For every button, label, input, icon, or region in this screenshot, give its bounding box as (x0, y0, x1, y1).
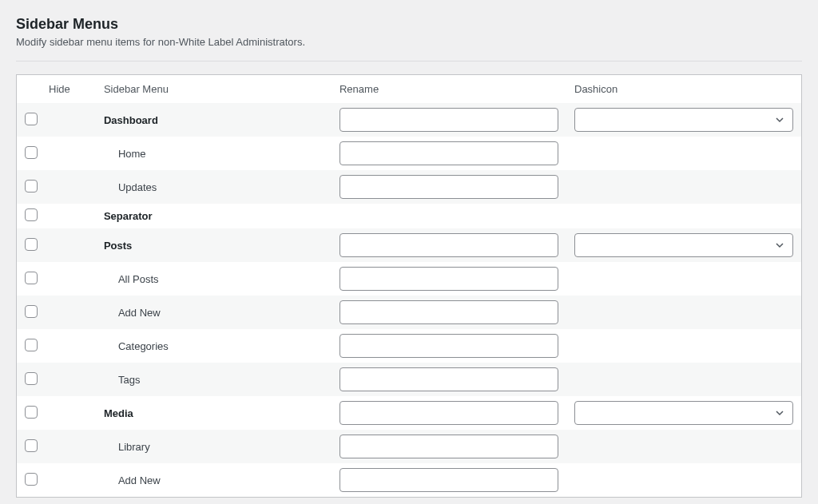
table-row: Separator (17, 204, 802, 228)
cell-hide (17, 204, 96, 228)
cell-rename (332, 103, 566, 137)
table-row: Home (17, 137, 802, 170)
cell-dashicon (566, 228, 802, 262)
cell-rename (332, 262, 566, 296)
menu-item-label: Add New (104, 474, 161, 486)
cell-dashicon (566, 329, 802, 363)
cell-dashicon (566, 430, 802, 463)
dashicon-select[interactable] (574, 233, 793, 257)
cell-menu: Posts (96, 228, 332, 262)
table-row: Categories (17, 329, 802, 363)
hide-checkbox[interactable] (25, 473, 38, 486)
table-row: Library (17, 430, 802, 463)
rename-input[interactable] (340, 334, 558, 358)
menu-item-label: Add New (104, 307, 161, 319)
cell-menu: Dashboard (96, 103, 332, 137)
cell-menu: Home (96, 137, 332, 170)
hide-checkbox[interactable] (25, 146, 38, 159)
sidebar-menu-table: Hide Sidebar Menu Rename Dashicon Dashbo… (16, 74, 802, 498)
rename-input[interactable] (340, 468, 558, 492)
table-row: Updates (17, 170, 802, 204)
hide-checkbox[interactable] (25, 272, 38, 284)
cell-dashicon (566, 463, 802, 498)
cell-rename (332, 204, 566, 228)
rename-input[interactable] (340, 267, 558, 291)
cell-dashicon (566, 137, 802, 170)
menu-item-label: Separator (104, 210, 153, 222)
menu-item-label: Dashboard (104, 114, 158, 126)
rename-input[interactable] (340, 300, 558, 324)
hide-checkbox[interactable] (25, 339, 38, 351)
hide-checkbox[interactable] (25, 208, 38, 221)
cell-rename (332, 363, 566, 396)
cell-menu: Media (96, 396, 332, 430)
cell-menu: Tags (96, 363, 332, 396)
menu-item-label: Updates (104, 181, 157, 193)
cell-rename (332, 170, 566, 204)
menu-item-label: Categories (104, 340, 169, 352)
cell-hide (17, 363, 96, 396)
dashicon-select[interactable] (574, 108, 793, 132)
rename-input[interactable] (340, 367, 558, 391)
cell-hide (17, 228, 96, 262)
section-divider (16, 61, 802, 62)
hide-checkbox[interactable] (25, 372, 38, 385)
table-row: Posts (17, 228, 802, 262)
cell-hide (17, 329, 96, 363)
menu-item-label: All Posts (104, 273, 159, 285)
menu-item-label: Tags (104, 374, 140, 386)
cell-dashicon (566, 296, 802, 329)
col-header-hide: Hide (17, 75, 96, 104)
cell-menu: Separator (96, 204, 332, 228)
cell-menu: All Posts (96, 262, 332, 296)
rename-input[interactable] (340, 401, 558, 425)
cell-hide (17, 296, 96, 329)
rename-input[interactable] (340, 108, 558, 132)
cell-hide (17, 430, 96, 463)
cell-dashicon (566, 396, 802, 430)
cell-rename (332, 137, 566, 170)
cell-rename (332, 463, 566, 498)
hide-checkbox[interactable] (25, 238, 38, 251)
rename-input[interactable] (340, 141, 558, 165)
hide-checkbox[interactable] (25, 113, 38, 125)
section-description: Modify sidebar menu items for non-White … (16, 36, 802, 48)
table-row: Add New (17, 463, 802, 498)
dashicon-select[interactable] (574, 401, 793, 425)
table-row: All Posts (17, 262, 802, 296)
cell-dashicon (566, 103, 802, 137)
menu-item-label: Home (104, 148, 146, 160)
cell-menu: Updates (96, 170, 332, 204)
cell-dashicon (566, 363, 802, 396)
cell-rename (332, 430, 566, 463)
table-row: Tags (17, 363, 802, 396)
menu-item-label: Media (104, 407, 133, 419)
rename-input[interactable] (340, 175, 558, 199)
cell-hide (17, 103, 96, 137)
cell-hide (17, 262, 96, 296)
cell-rename (332, 296, 566, 329)
table-row: Dashboard (17, 103, 802, 137)
cell-hide (17, 170, 96, 204)
hide-checkbox[interactable] (25, 439, 38, 452)
cell-menu: Categories (96, 329, 332, 363)
menu-item-label: Posts (104, 240, 132, 252)
cell-rename (332, 396, 566, 430)
hide-checkbox[interactable] (25, 305, 38, 318)
cell-menu: Add New (96, 296, 332, 329)
cell-dashicon (566, 170, 802, 204)
rename-input[interactable] (340, 435, 558, 458)
cell-hide (17, 137, 96, 170)
section-title: Sidebar Menus (16, 16, 802, 33)
hide-checkbox[interactable] (25, 406, 38, 419)
cell-hide (17, 396, 96, 430)
cell-menu: Add New (96, 463, 332, 498)
menu-item-label: Library (104, 441, 150, 453)
cell-rename (332, 228, 566, 262)
hide-checkbox[interactable] (25, 180, 38, 192)
table-row: Add New (17, 296, 802, 329)
cell-menu: Library (96, 430, 332, 463)
col-header-menu: Sidebar Menu (96, 75, 332, 104)
rename-input[interactable] (340, 233, 558, 257)
cell-hide (17, 463, 96, 498)
